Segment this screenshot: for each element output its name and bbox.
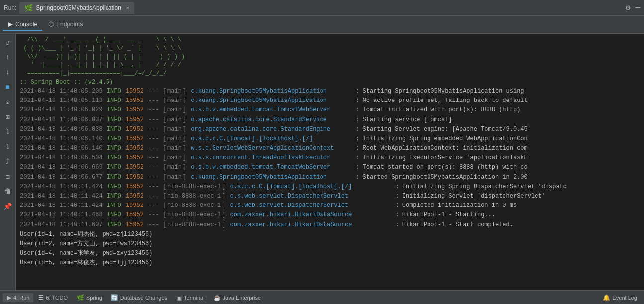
log-logger: o.s.web.servlet.DispatcherServlet xyxy=(230,201,395,210)
log-timestamp: 2021-04-18 11:40:06.669 xyxy=(20,163,103,172)
reload-icon[interactable]: ↺ xyxy=(1,36,14,49)
log-colon: : xyxy=(396,201,399,210)
log-colon: : xyxy=(356,153,359,163)
scroll-down-icon[interactable]: ↓ xyxy=(1,66,14,79)
log-line: 2021-04-18 11:40:06.140 INFO 15952 --- [… xyxy=(20,144,640,153)
log-timestamp: 2021-04-18 11:40:06.037 xyxy=(20,115,103,125)
settings-icon[interactable]: ⚙ xyxy=(626,3,631,13)
log-colon: : xyxy=(356,87,359,96)
log-line: 2021-04-18 11:40:06.504 INFO 15952 --- [… xyxy=(20,153,640,163)
log-message: HikariPool-1 - Starting... xyxy=(402,210,495,220)
trash-icon[interactable]: 🗑 xyxy=(1,185,14,198)
log-message: Initializing ExecutorService 'applicatio… xyxy=(363,153,528,163)
tab-close-icon[interactable]: × xyxy=(126,5,129,11)
log-thread-end: ] xyxy=(222,220,229,230)
log-sep: --- [ xyxy=(148,220,166,230)
log-level: INFO xyxy=(107,173,121,182)
camera-icon[interactable]: ⊙ xyxy=(1,96,14,108)
log-level: INFO xyxy=(107,115,121,125)
log-message: Starting Springboot05MybatisApplication … xyxy=(363,87,524,96)
log-timestamp: 2021-04-18 11:40:11.424 xyxy=(20,201,103,210)
log-timestamp: 2021-04-18 11:40:06.504 xyxy=(20,153,103,163)
console-output[interactable]: /\\ / ___'_ __ _ _(_)_ __ __ _ \ \ \ \ (… xyxy=(16,34,644,290)
log-thread-end: ] xyxy=(183,115,190,125)
log-level: INFO xyxy=(107,96,121,105)
log-thread-end: ] xyxy=(222,182,229,192)
log-logger: com.zaxxer.hikari.HikariDataSource xyxy=(230,220,395,230)
log-logger: c.kuang.Springboot05MybatisApplication xyxy=(191,87,355,96)
log-sep: --- [ xyxy=(148,192,166,201)
status-bar: ▶ 4: Run ☰ 6: TODO 🌿 Spring 🔄 Database C… xyxy=(0,290,644,304)
thumbtack-icon[interactable]: 📌 xyxy=(1,200,14,213)
log-line: 2021-04-18 11:40:11.424 INFO 15952 --- [… xyxy=(20,201,640,210)
wrap-icon[interactable]: ⤵ xyxy=(1,125,14,138)
log-sep: --- [ xyxy=(148,105,166,115)
log-thread: main xyxy=(167,87,182,96)
log-pid: 15952 xyxy=(126,96,144,105)
log-pid: 15952 xyxy=(126,201,144,210)
log-pid: 15952 xyxy=(126,182,144,192)
log-pid: 15952 xyxy=(126,153,144,163)
log-logger: o.s.web.servlet.DispatcherServlet xyxy=(230,192,395,201)
log-level: INFO xyxy=(107,192,121,201)
log-pid: 15952 xyxy=(126,220,144,230)
log-message: Starting service [Tomcat] xyxy=(363,115,452,125)
log-sep: --- [ xyxy=(148,173,166,182)
log-sep: --- [ xyxy=(148,125,166,134)
log-sep: --- [ xyxy=(148,134,166,144)
tab-console[interactable]: ▶ Console xyxy=(3,18,42,31)
import-icon[interactable]: ⤵ xyxy=(1,140,14,153)
ascii-art: /\\ / ___'_ __ _ _(_)_ __ __ _ \ \ \ \ (… xyxy=(20,36,640,78)
export-icon[interactable]: ⤴ xyxy=(1,155,14,168)
status-run[interactable]: ▶ 4: Run xyxy=(3,293,33,302)
log-timestamp: 2021-04-18 11:40:11.424 xyxy=(20,192,103,201)
log-thread-end: ] xyxy=(183,96,190,105)
run-status-icon: ▶ xyxy=(7,294,11,301)
title-bar-actions: ⚙ — xyxy=(626,3,640,13)
log-logger: o.s.b.w.embedded.tomcat.TomcatWebServer xyxy=(191,163,355,172)
log-thread-end: ] xyxy=(183,153,190,163)
minimize-icon[interactable]: — xyxy=(635,3,640,12)
log-thread-end: ] xyxy=(183,144,190,153)
log-line: 2021-04-18 11:40:06.029 INFO 15952 --- [… xyxy=(20,105,640,115)
console-icon: ▶ xyxy=(8,20,13,28)
log-timestamp: 2021-04-18 11:40:05.209 xyxy=(20,87,103,96)
stop-icon[interactable]: ■ xyxy=(1,81,14,94)
status-db[interactable]: 🔄 Database Changes xyxy=(107,293,171,302)
log-message: Tomcat started on port(s): 8888 (http) w… xyxy=(363,163,528,172)
title-tab[interactable]: 🌿 Springboot05MybatisApplication × xyxy=(19,2,134,14)
console-tab-label: Console xyxy=(15,21,37,28)
log-thread-end: ] xyxy=(183,105,190,115)
log-line: 2021-04-18 11:40:11.424 INFO 15952 --- [… xyxy=(20,182,640,192)
log-thread-end: ] xyxy=(222,192,229,201)
status-spring[interactable]: 🌿 Spring xyxy=(73,293,106,302)
status-java[interactable]: ☕ Java Enterprise xyxy=(210,293,265,302)
endpoints-icon: ⬡ xyxy=(48,20,54,28)
tab-endpoints[interactable]: ⬡ Endpoints xyxy=(43,18,88,31)
log-thread-end: ] xyxy=(183,173,190,182)
status-terminal[interactable]: ▣ Terminal xyxy=(172,293,209,302)
log-logger: c.kuang.Springboot05MybatisApplication xyxy=(191,96,355,105)
print-icon[interactable]: ⊟ xyxy=(1,170,14,183)
log-timestamp: 2021-04-18 11:40:11.607 xyxy=(20,220,103,230)
log-logger: o.s.s.concurrent.ThreadPoolTaskExecutor xyxy=(191,153,355,163)
log-colon: : xyxy=(356,134,359,144)
status-todo[interactable]: ☰ 6: TODO xyxy=(34,293,72,302)
status-terminal-label: Terminal xyxy=(184,295,205,301)
log-sep: --- [ xyxy=(148,210,166,220)
log-timestamp: 2021-04-18 11:40:06.140 xyxy=(20,134,103,144)
log-message: No active profile set, falling back to d… xyxy=(363,96,528,105)
scroll-up-icon[interactable]: ↑ xyxy=(1,51,14,64)
pin-icon[interactable]: ⊞ xyxy=(1,110,14,123)
log-line: 2021-04-18 11:40:06.677 INFO 15952 --- [… xyxy=(20,173,640,182)
log-message: Starting Servlet engine: [Apache Tomcat/… xyxy=(363,125,528,134)
log-level: INFO xyxy=(107,144,121,153)
log-line: 2021-04-18 11:40:11.607 INFO 15952 --- [… xyxy=(20,220,640,230)
log-colon: : xyxy=(396,210,399,220)
log-thread: main xyxy=(167,134,182,144)
log-thread-end: ] xyxy=(183,87,190,96)
status-event-log[interactable]: 🔔 Event Log xyxy=(599,293,641,302)
log-line: 2021-04-18 11:40:06.037 INFO 15952 --- [… xyxy=(20,115,640,125)
log-level: INFO xyxy=(107,105,121,115)
log-thread-end: ] xyxy=(222,210,229,220)
